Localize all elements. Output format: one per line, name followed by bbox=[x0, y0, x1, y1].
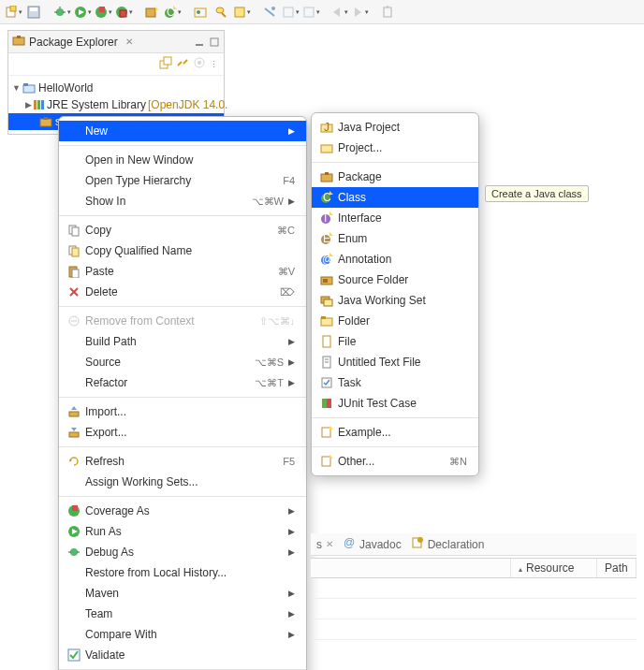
submenu-task[interactable]: Task bbox=[312, 372, 478, 393]
coverage-icon bbox=[65, 504, 83, 517]
search-button[interactable] bbox=[212, 3, 230, 22]
tab-truncated[interactable]: s ✕ bbox=[316, 538, 333, 551]
table-row[interactable] bbox=[311, 619, 637, 640]
back-button[interactable]: ▾ bbox=[329, 3, 348, 22]
svg-text:E: E bbox=[323, 232, 330, 245]
debug-button[interactable]: ▾ bbox=[52, 3, 71, 22]
svg-line-22 bbox=[222, 13, 226, 17]
menu-run-as[interactable]: Run As▶ bbox=[59, 521, 306, 542]
menu-new[interactable]: New▶ bbox=[59, 121, 306, 141]
menu-open-type-hierarchy[interactable]: Open Type HierarchyF4 bbox=[59, 170, 306, 191]
menu-validate[interactable]: Validate bbox=[59, 645, 306, 665]
svg-point-39 bbox=[198, 61, 201, 65]
menu-copy-qualified[interactable]: Copy Qualified Name bbox=[59, 240, 306, 261]
menu-compare-with[interactable]: Compare With▶ bbox=[59, 624, 306, 645]
table-row[interactable] bbox=[311, 578, 637, 599]
menu-coverage-as[interactable]: Coverage As▶ bbox=[59, 501, 306, 521]
svg-rect-57 bbox=[69, 412, 79, 416]
table-row[interactable] bbox=[311, 599, 637, 619]
minimize-icon[interactable] bbox=[194, 36, 205, 48]
menu-refactor[interactable]: Refactor⌥⌘T▶ bbox=[59, 372, 306, 393]
menu-remove-context: Remove from Context⇧⌥⌘↓ bbox=[59, 311, 306, 331]
coverage-button[interactable]: ▾ bbox=[94, 3, 112, 22]
svg-rect-23 bbox=[235, 7, 244, 17]
col-resource[interactable]: ▴Resource bbox=[511, 559, 597, 577]
tab-declaration[interactable]: Declaration bbox=[411, 536, 485, 552]
submenu-project[interactable]: Project... bbox=[312, 138, 478, 158]
forward-button[interactable]: ▾ bbox=[350, 3, 369, 22]
menu-copy[interactable]: Copy⌘C bbox=[59, 220, 306, 240]
svg-rect-30 bbox=[384, 7, 391, 17]
svg-rect-3 bbox=[30, 7, 37, 11]
maximize-icon[interactable] bbox=[209, 36, 220, 48]
other-icon bbox=[317, 455, 336, 468]
menu-assign-ws[interactable]: Assign Working Sets... bbox=[59, 472, 306, 492]
menu-open-new-window[interactable]: Open in New Window bbox=[59, 150, 306, 170]
tree-project-row[interactable]: ▼ HelloWorld bbox=[8, 80, 224, 96]
menu-export[interactable]: Export... bbox=[59, 422, 306, 443]
toggle-markers-button[interactable] bbox=[260, 3, 279, 22]
svg-rect-40 bbox=[23, 85, 35, 93]
close-icon[interactable]: ✕ bbox=[125, 36, 133, 47]
main-toolbar: ▾ ▾ ▾ ▾ ▾ C▾ ▾ ▾ ▾ ▾ ▾ bbox=[0, 0, 644, 24]
tree-jre-row[interactable]: ▶ JRE System Library [OpenJDK 14.0. bbox=[8, 96, 224, 113]
run-button[interactable]: ▾ bbox=[73, 3, 92, 22]
submenu-class[interactable]: CClass bbox=[312, 187, 478, 208]
collapse-all-icon[interactable] bbox=[159, 56, 172, 72]
expand-arrow-icon[interactable]: ▶ bbox=[25, 100, 32, 109]
prev-annotation-button[interactable]: ▾ bbox=[281, 3, 300, 22]
menu-refresh[interactable]: RefreshF5 bbox=[59, 451, 306, 472]
col-path[interactable]: Path bbox=[597, 559, 637, 577]
submenu-java-project[interactable]: JJava Project bbox=[312, 117, 478, 138]
expand-arrow-icon[interactable]: ▼ bbox=[12, 83, 22, 93]
view-menu-icon[interactable]: ⋮ bbox=[210, 60, 218, 69]
open-type-button[interactable] bbox=[191, 3, 210, 22]
java-project-icon: J bbox=[317, 121, 336, 134]
menu-team[interactable]: Team▶ bbox=[59, 604, 306, 624]
menu-show-in[interactable]: Show In⌥⌘W▶ bbox=[59, 191, 306, 211]
submenu-package[interactable]: Package bbox=[312, 167, 478, 187]
tab-javadoc[interactable]: @ Javadoc bbox=[343, 536, 402, 552]
svg-point-25 bbox=[271, 7, 275, 10]
svg-rect-44 bbox=[41, 100, 44, 109]
new-class-button[interactable]: C▾ bbox=[163, 3, 182, 22]
annotation-icon: @ bbox=[317, 253, 336, 266]
svg-rect-72 bbox=[321, 145, 332, 153]
import-icon bbox=[65, 405, 83, 418]
submenu-example[interactable]: Example... bbox=[312, 422, 478, 443]
open-task-button[interactable]: ▾ bbox=[232, 3, 251, 22]
submenu-untitled[interactable]: Untitled Text File bbox=[312, 352, 478, 372]
submenu-junit[interactable]: JUnit Test Case bbox=[312, 393, 478, 414]
next-annotation-button[interactable]: ▾ bbox=[301, 3, 320, 22]
new-wizard-button[interactable]: ▾ bbox=[4, 3, 22, 22]
menu-debug-as[interactable]: Debug As▶ bbox=[59, 542, 306, 562]
submenu-annotation[interactable]: @Annotation bbox=[312, 249, 478, 269]
submenu-file[interactable]: File bbox=[312, 331, 478, 352]
svg-rect-46 bbox=[44, 117, 48, 120]
run-icon bbox=[65, 525, 83, 538]
menu-import[interactable]: Import... bbox=[59, 401, 306, 422]
menu-delete[interactable]: Delete⌦ bbox=[59, 282, 306, 302]
focus-task-icon[interactable] bbox=[193, 56, 206, 72]
submenu-interface[interactable]: IInterface bbox=[312, 208, 478, 228]
submenu-source-folder[interactable]: Source Folder bbox=[312, 269, 478, 290]
ext-tools-button[interactable]: ▾ bbox=[114, 3, 133, 22]
menu-build-path[interactable]: Build Path▶ bbox=[59, 331, 306, 352]
menu-paste[interactable]: Paste⌘V bbox=[59, 261, 306, 282]
link-editor-icon[interactable] bbox=[176, 56, 189, 72]
submenu-enum[interactable]: EEnum bbox=[312, 228, 478, 249]
new-package-button[interactable] bbox=[142, 3, 161, 22]
menu-restore-history[interactable]: Restore from Local History... bbox=[59, 562, 306, 583]
submenu-other[interactable]: Other...⌘N bbox=[312, 451, 478, 472]
submenu-folder[interactable]: Folder bbox=[312, 311, 478, 331]
source-folder-icon bbox=[317, 273, 336, 286]
menu-source[interactable]: Source⌥⌘S▶ bbox=[59, 352, 306, 372]
submenu-java-ws[interactable]: Java Working Set bbox=[312, 290, 478, 311]
save-button[interactable] bbox=[24, 3, 43, 22]
separator bbox=[312, 417, 478, 418]
svg-text:J: J bbox=[324, 121, 329, 134]
pin-editor-button[interactable] bbox=[378, 3, 397, 22]
col-empty[interactable] bbox=[311, 559, 511, 577]
menu-maven[interactable]: Maven▶ bbox=[59, 583, 306, 604]
close-icon[interactable]: ✕ bbox=[326, 539, 333, 549]
